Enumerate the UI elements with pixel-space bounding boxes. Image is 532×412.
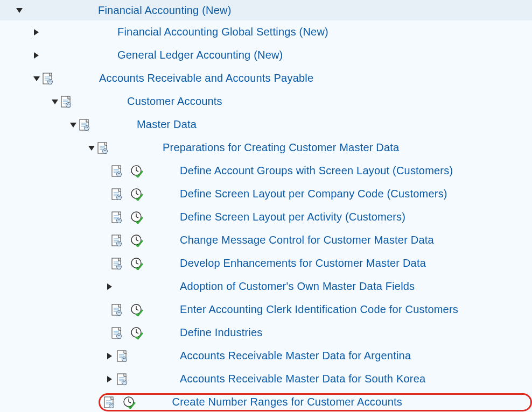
document-icon (103, 396, 123, 408)
document-icon (79, 119, 95, 131)
tree-label: Define Account Groups with Screen Layout… (180, 165, 453, 177)
chevron-down-icon[interactable] (86, 143, 97, 153)
tree-label: Accounts Receivable Master Data for Sout… (180, 373, 425, 385)
chevron-right-icon[interactable] (104, 282, 115, 292)
tree-row[interactable]: Enter Accounting Clerk Identification Co… (0, 298, 532, 321)
tree-row-highlighted[interactable]: Create Number Ranges for Customer Accoun… (0, 390, 532, 412)
tree-row[interactable]: Develop Enhancements for Customer Master… (0, 252, 532, 275)
tree-row[interactable]: General Ledger Accounting (New) (0, 44, 532, 67)
document-icon (115, 373, 130, 385)
tree-row[interactable]: Accounts Receivable Master Data for Sout… (0, 367, 532, 390)
clock-check-icon[interactable] (130, 188, 150, 201)
tree-label: Define Screen Layout per Company Code (C… (180, 188, 447, 200)
tree-row[interactable]: Define Screen Layout per Activity (Custo… (0, 205, 532, 229)
document-icon (111, 188, 130, 200)
tree-row[interactable]: Adoption of Customer's Own Master Data F… (0, 275, 532, 298)
document-icon (111, 235, 130, 246)
tree-row[interactable]: Accounts Receivable and Accounts Payable (0, 67, 532, 90)
tree-row[interactable]: Customer Accounts (0, 90, 532, 113)
tree-label: Financial Accounting (New) (98, 4, 232, 17)
tree-row[interactable]: Financial Accounting Global Settings (Ne… (0, 20, 532, 44)
tree-label: Customer Accounts (127, 95, 222, 108)
clock-check-icon[interactable] (130, 257, 150, 270)
tree-label: Accounts Receivable and Accounts Payable (99, 72, 313, 84)
chevron-down-icon[interactable] (14, 5, 25, 15)
document-icon (111, 327, 130, 339)
document-icon (111, 258, 130, 269)
tree-label: Define Industries (180, 326, 262, 339)
document-icon (111, 304, 130, 316)
clock-check-icon[interactable] (130, 303, 150, 316)
chevron-right-icon[interactable] (104, 374, 115, 384)
tree-label: Define Screen Layout per Activity (Custo… (180, 211, 405, 223)
clock-check-icon[interactable] (130, 211, 150, 224)
clock-check-icon[interactable] (123, 396, 142, 409)
tree-label: General Ledger Accounting (New) (117, 49, 283, 61)
clock-check-icon[interactable] (130, 165, 150, 177)
document-icon (97, 142, 113, 154)
document-icon (111, 165, 130, 177)
clock-check-icon[interactable] (130, 234, 150, 247)
document-icon (111, 211, 130, 223)
tree-label: Accounts Receivable Master Data for Arge… (180, 350, 411, 362)
tree-label: Enter Accounting Clerk Identification Co… (180, 303, 458, 316)
tree-row[interactable]: Define Screen Layout per Company Code (C… (0, 182, 532, 205)
document-icon (60, 96, 76, 108)
tree-row[interactable]: Change Message Control for Customer Mast… (0, 229, 532, 252)
tree-label: Create Number Ranges for Customer Accoun… (172, 396, 402, 408)
tree-label: Adoption of Customer's Own Master Data F… (180, 280, 415, 293)
clock-check-icon[interactable] (130, 326, 150, 339)
tree-label: Change Message Control for Customer Mast… (180, 234, 434, 246)
tree-row[interactable]: Master Data (0, 113, 532, 136)
tree-row[interactable]: Define Account Groups with Screen Layout… (0, 159, 532, 182)
chevron-down-icon[interactable] (68, 120, 79, 130)
tree-row[interactable]: Accounts Receivable Master Data for Arge… (0, 344, 532, 367)
chevron-right-icon[interactable] (31, 27, 42, 37)
tree-row[interactable]: Define Industries (0, 321, 532, 344)
tree-label: Master Data (137, 118, 197, 131)
chevron-down-icon[interactable] (50, 97, 60, 106)
highlight-annotation: Create Number Ranges for Customer Accoun… (99, 393, 532, 411)
tree-row-root[interactable]: Financial Accounting (New) (0, 0, 532, 20)
chevron-right-icon[interactable] (104, 351, 115, 361)
tree-label: Financial Accounting Global Settings (Ne… (117, 26, 328, 38)
document-icon (115, 350, 130, 362)
tree-label: Preparations for Creating Customer Maste… (163, 141, 399, 154)
chevron-down-icon[interactable] (31, 74, 42, 83)
tree-row[interactable]: Preparations for Creating Customer Maste… (0, 136, 532, 159)
document-icon (42, 73, 58, 84)
chevron-right-icon[interactable] (31, 51, 42, 60)
navigation-tree: Financial Accounting (New) Financial Acc… (0, 0, 532, 412)
tree-label: Develop Enhancements for Customer Master… (180, 257, 426, 269)
